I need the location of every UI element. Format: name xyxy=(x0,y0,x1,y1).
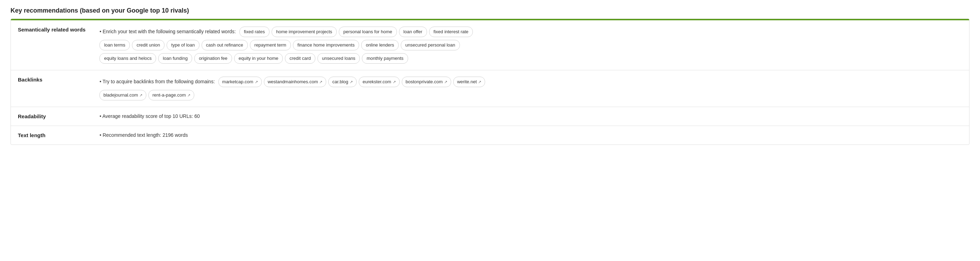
content-semantically-related-words: • Enrich your text with the following se… xyxy=(92,20,969,70)
tag-item[interactable]: loan funding xyxy=(158,53,192,64)
tag-item[interactable]: credit union xyxy=(132,40,164,50)
static-text-text-length: • Recommended text length: 2196 words xyxy=(99,132,962,138)
backlink-label: car.blog xyxy=(332,78,348,85)
tag-item[interactable]: type of loan xyxy=(167,40,199,50)
static-text-readability: • Average readability score of top 10 UR… xyxy=(99,113,962,119)
links-wrap-1: bladejournal.com↗rent-a-page.com↗ xyxy=(99,90,194,100)
backlink-item[interactable]: rent-a-page.com↗ xyxy=(148,90,194,100)
links-line-1: bladejournal.com↗rent-a-page.com↗ xyxy=(99,90,962,100)
external-link-icon: ↗ xyxy=(444,78,447,85)
content-text-length: • Recommended text length: 2196 words xyxy=(92,126,969,145)
backlink-label: rent-a-page.com xyxy=(152,92,186,99)
backlink-label: marketcap.com xyxy=(222,78,253,85)
external-link-icon: ↗ xyxy=(139,92,142,99)
backlink-label: werite.net xyxy=(457,78,477,85)
tag-item[interactable]: repayment term xyxy=(250,40,291,50)
label-text-length: Text length xyxy=(11,126,92,145)
table-row-text-length: Text length• Recommended text length: 21… xyxy=(11,126,969,145)
backlink-item[interactable]: werite.net↗ xyxy=(453,76,485,87)
table-row-semantically-related-words: Semantically related words• Enrich your … xyxy=(11,20,969,70)
links-wrap-0: marketcap.com↗westandmainhomes.com↗car.b… xyxy=(218,76,485,87)
backlink-label: bostonprivate.com xyxy=(406,78,443,85)
tag-item[interactable]: unsecured personal loan xyxy=(401,40,460,50)
backlink-item[interactable]: westandmainhomes.com↗ xyxy=(264,76,326,87)
backlink-label: bladejournal.com xyxy=(103,92,138,99)
content-backlinks: • Try to acquire backlinks from the foll… xyxy=(92,70,969,107)
label-semantically-related-words: Semantically related words xyxy=(11,20,92,70)
backlink-label: eurekster.com xyxy=(363,78,391,85)
external-link-icon: ↗ xyxy=(393,78,396,85)
content-readability: • Average readability score of top 10 UR… xyxy=(92,107,969,126)
tag-item[interactable]: loan terms xyxy=(99,40,130,50)
tag-item[interactable]: loan offer xyxy=(399,27,427,37)
tag-item[interactable]: origination fee xyxy=(194,53,232,64)
links-prefix: • Try to acquire backlinks from the foll… xyxy=(99,76,215,86)
tags-wrap-2: equity loans and helocsloan fundingorigi… xyxy=(99,53,408,64)
table-row-readability: Readability• Average readability score o… xyxy=(11,107,969,126)
label-backlinks: Backlinks xyxy=(11,70,92,107)
backlink-item[interactable]: bostonprivate.com↗ xyxy=(402,76,451,87)
links-line-0: • Try to acquire backlinks from the foll… xyxy=(99,76,962,87)
tag-item[interactable]: online lenders xyxy=(361,40,399,50)
recommendations-card: Semantically related words• Enrich your … xyxy=(11,19,969,145)
tag-item[interactable]: fixed rates xyxy=(239,27,269,37)
tag-item[interactable]: credit card xyxy=(285,53,315,64)
backlink-label: westandmainhomes.com xyxy=(268,78,318,85)
tags-prefix: • Enrich your text with the following se… xyxy=(99,27,235,37)
tag-item[interactable]: fixed interest rate xyxy=(429,27,473,37)
external-link-icon: ↗ xyxy=(319,78,322,85)
external-link-icon: ↗ xyxy=(350,78,353,85)
tags-wrap-0: fixed rateshome improvement projectspers… xyxy=(239,27,473,37)
page-title: Key recommendations (based on your Googl… xyxy=(11,7,969,14)
table-row-backlinks: Backlinks• Try to acquire backlinks from… xyxy=(11,70,969,107)
tag-item[interactable]: equity in your home xyxy=(234,53,283,64)
tag-item[interactable]: equity loans and helocs xyxy=(99,53,156,64)
tags-line-1: loan termscredit uniontype of loancash o… xyxy=(99,40,962,50)
tag-item[interactable]: unsecured loans xyxy=(317,53,360,64)
external-link-icon: ↗ xyxy=(255,78,258,85)
external-link-icon: ↗ xyxy=(187,92,190,99)
external-link-icon: ↗ xyxy=(478,78,481,85)
backlink-item[interactable]: eurekster.com↗ xyxy=(359,76,400,87)
tags-line-2: equity loans and helocsloan fundingorigi… xyxy=(99,53,962,64)
page-container: Key recommendations (based on your Googl… xyxy=(0,0,980,152)
tags-wrap-1: loan termscredit uniontype of loancash o… xyxy=(99,40,460,50)
backlink-item[interactable]: car.blog↗ xyxy=(328,76,356,87)
tag-item[interactable]: monthly payments xyxy=(362,53,408,64)
backlink-item[interactable]: bladejournal.com↗ xyxy=(99,90,146,100)
recommendations-table: Semantically related words• Enrich your … xyxy=(11,20,969,145)
tag-item[interactable]: personal loans for home xyxy=(339,27,396,37)
tag-item[interactable]: cash out refinance xyxy=(202,40,248,50)
tags-line-0: • Enrich your text with the following se… xyxy=(99,27,962,37)
label-readability: Readability xyxy=(11,107,92,126)
tag-item[interactable]: finance home improvements xyxy=(293,40,359,50)
backlink-item[interactable]: marketcap.com↗ xyxy=(218,76,262,87)
tag-item[interactable]: home improvement projects xyxy=(272,27,337,37)
